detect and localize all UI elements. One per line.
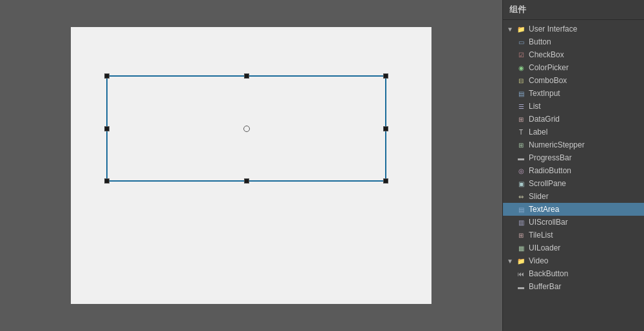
label-radiobutton: RadioButton: [529, 166, 640, 175]
label-textinput: TextInput: [529, 89, 640, 98]
item-slider[interactable]: ⇔ Slider: [503, 190, 644, 203]
icon-textinput: ▤: [516, 88, 526, 99]
folder-icon-ui: 📁: [516, 24, 526, 34]
icon-colorpicker: ◉: [516, 62, 526, 73]
selection-box[interactable]: [106, 75, 386, 182]
handle-top-middle[interactable]: [244, 73, 249, 79]
panel-title: 组件: [509, 5, 526, 14]
handle-top-left[interactable]: [104, 73, 109, 79]
icon-textarea: ▤: [516, 204, 526, 214]
handle-bottom-left[interactable]: [104, 178, 109, 184]
panel-header: 组件: [503, 0, 644, 20]
label-scrollpane: ScrollPane: [529, 179, 640, 188]
item-textarea[interactable]: ▤ TextArea: [503, 203, 644, 216]
label-list: List: [529, 102, 640, 111]
icon-datagrid: ⊞: [516, 114, 526, 124]
icon-bufferbar: ▬: [516, 281, 526, 292]
item-scrollpane[interactable]: ▣ ScrollPane: [503, 177, 644, 190]
icon-tilelist: ⊞: [516, 230, 526, 240]
item-colorpicker[interactable]: ◉ ColorPicker: [503, 61, 644, 74]
item-combobox[interactable]: ⊟ ComboBox: [503, 74, 644, 87]
arrow-user-interface: ▼: [507, 26, 516, 33]
icon-label: T: [516, 127, 526, 137]
item-uiscrollbar[interactable]: ▥ UIScrollBar: [503, 216, 644, 229]
item-progressbar[interactable]: ▬ ProgressBar: [503, 151, 644, 164]
item-tilelist[interactable]: ⊞ TileList: [503, 229, 644, 241]
label-checkbox: CheckBox: [529, 50, 640, 59]
label-progressbar: ProgressBar: [529, 153, 640, 162]
item-datagrid[interactable]: ⊞ DataGrid: [503, 113, 644, 126]
item-radiobutton[interactable]: ◎ RadioButton: [503, 164, 644, 177]
component-tree[interactable]: ▼ 📁 User Interface ▭ Button ☑ CheckBox ◉…: [503, 20, 644, 331]
label-combobox: ComboBox: [529, 76, 640, 85]
label-label: Label: [529, 128, 640, 137]
section-ui-label: User Interface: [529, 24, 640, 33]
icon-radiobutton: ◎: [516, 166, 526, 176]
label-bufferbar: BufferBar: [529, 282, 640, 291]
icon-list: ☰: [516, 101, 526, 111]
label-backbutton: BackButton: [529, 269, 640, 278]
label-tilelist: TileList: [529, 231, 640, 240]
item-backbutton[interactable]: ⏮ BackButton: [503, 267, 644, 280]
folder-icon-video: 📁: [516, 256, 526, 266]
icon-combobox: ⊟: [516, 75, 526, 86]
arrow-video: ▼: [507, 258, 516, 265]
handle-middle-left[interactable]: [104, 126, 109, 131]
item-checkbox[interactable]: ☑ CheckBox: [503, 48, 644, 61]
handle-top-right[interactable]: [383, 73, 388, 79]
center-indicator: [243, 126, 250, 132]
label-numericstepper: NumericStepper: [529, 140, 640, 149]
item-uiloader[interactable]: ▦ UILoader: [503, 241, 644, 254]
handle-bottom-middle[interactable]: [244, 178, 249, 184]
icon-backbutton: ⏮: [516, 269, 526, 279]
item-label[interactable]: T Label: [503, 126, 644, 138]
item-numericstepper[interactable]: ⊞ NumericStepper: [503, 138, 644, 151]
section-video-label: Video: [529, 256, 640, 265]
right-panel: 组件 ▼ 📁 User Interface ▭ Button ☑ CheckBo…: [502, 0, 644, 331]
icon-uiloader: ▦: [516, 243, 526, 253]
handle-middle-right[interactable]: [383, 126, 388, 131]
icon-button: ▭: [516, 37, 526, 47]
item-list[interactable]: ☰ List: [503, 100, 644, 113]
item-button[interactable]: ▭ Button: [503, 35, 644, 48]
label-uiscrollbar: UIScrollBar: [529, 218, 640, 227]
section-user-interface[interactable]: ▼ 📁 User Interface: [503, 23, 644, 35]
handle-bottom-right[interactable]: [383, 178, 388, 184]
label-button: Button: [529, 37, 640, 46]
icon-checkbox: ☑: [516, 50, 526, 60]
item-textinput[interactable]: ▤ TextInput: [503, 87, 644, 100]
label-textarea: TextArea: [529, 205, 640, 214]
label-uiloader: UILoader: [529, 243, 640, 252]
canvas-area: [0, 0, 502, 331]
icon-scrollpane: ▣: [516, 178, 526, 189]
item-bufferbar[interactable]: ▬ BufferBar: [503, 280, 644, 293]
label-datagrid: DataGrid: [529, 115, 640, 124]
label-slider: Slider: [529, 192, 640, 201]
icon-uiscrollbar: ▥: [516, 217, 526, 227]
icon-slider: ⇔: [516, 191, 526, 202]
icon-numericstepper: ⊞: [516, 140, 526, 150]
section-video[interactable]: ▼ 📁 Video: [503, 254, 644, 267]
icon-progressbar: ▬: [516, 153, 526, 163]
label-colorpicker: ColorPicker: [529, 63, 640, 72]
canvas-surface[interactable]: [71, 27, 431, 304]
